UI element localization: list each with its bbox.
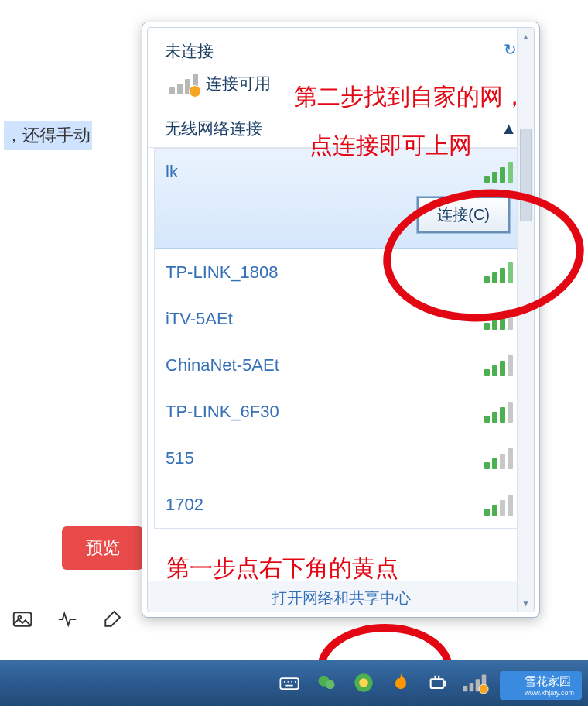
wechat-icon[interactable] — [316, 672, 337, 694]
brush-icon[interactable] — [101, 608, 124, 634]
network-name: 1702 — [166, 495, 203, 515]
network-tray-icon[interactable] — [464, 672, 486, 694]
signal-strength-icon — [484, 401, 513, 423]
svg-point-4 — [326, 680, 335, 690]
svg-rect-2 — [280, 678, 298, 689]
wifi-header: 未连接 ↻ 连接可用 — [148, 28, 534, 98]
watermark-brand: 雪花家园 — [525, 674, 574, 689]
wireless-section-label: 无线网络连接 — [165, 118, 262, 139]
scroll-up-button[interactable]: ▲ — [518, 28, 534, 45]
connect-button[interactable]: 连接(C) — [417, 197, 510, 233]
wireless-section-header[interactable]: 无线网络连接 ▲ — [148, 107, 534, 148]
preview-button[interactable]: 预览 — [62, 526, 143, 570]
signal-strength-icon — [484, 262, 513, 283]
network-item[interactable]: TP-LINK_1808 — [155, 249, 527, 296]
wifi-flyout-inner: 未连接 ↻ 连接可用 无线网络连接 ▲ lk连接(C)TP-LINK_1808i… — [147, 27, 535, 612]
network-center-footer: 打开网络和共享中心 — [148, 581, 534, 612]
bg-highlighted-text: ，还得手动 — [4, 121, 92, 150]
network-item[interactable]: lk连接(C) — [155, 149, 527, 249]
network-name: lk — [166, 162, 178, 182]
network-list: lk连接(C)TP-LINK_1808iTV-5AEtChinaNet-5AEt… — [154, 148, 528, 529]
wifi-flyout: 未连接 ↻ 连接可用 无线网络连接 ▲ lk连接(C)TP-LINK_1808i… — [142, 22, 540, 618]
network-item[interactable]: 515 — [155, 435, 527, 482]
flame-icon[interactable] — [390, 672, 412, 694]
signal-strength-icon — [484, 161, 513, 183]
image-icon[interactable] — [11, 608, 34, 634]
bg-toolbar-icons — [11, 608, 124, 634]
scroll-thumb[interactable] — [520, 129, 532, 221]
svg-point-6 — [359, 678, 368, 687]
signal-strength-icon — [484, 494, 513, 516]
preview-button-label: 预览 — [86, 536, 120, 560]
network-name: ChinaNet-5AEt — [166, 355, 279, 375]
signal-strength-icon — [484, 355, 513, 376]
battery-plug-icon[interactable] — [427, 672, 449, 694]
network-name: iTV-5AEt — [166, 309, 233, 329]
network-item[interactable]: iTV-5AEt — [155, 296, 527, 342]
network-name: 515 — [166, 448, 194, 468]
network-name: TP-LINK_6F30 — [166, 402, 279, 422]
heart-rate-icon[interactable] — [56, 608, 79, 634]
network-item[interactable]: ChinaNet-5AEt — [155, 342, 527, 389]
scroll-down-button[interactable]: ▼ — [518, 595, 534, 612]
connections-available-row: 连接可用 — [169, 73, 523, 94]
refresh-icon[interactable]: ↻ — [504, 40, 517, 59]
360-icon[interactable] — [353, 672, 374, 694]
scrollbar[interactable]: ▲ ▼ — [517, 28, 534, 612]
connection-status: 未连接 — [165, 40, 214, 62]
keyboard-icon[interactable] — [279, 672, 300, 694]
signal-warn-icon — [169, 73, 198, 94]
signal-strength-icon — [484, 447, 513, 469]
watermark-url: www.xhjaty.com — [525, 689, 574, 697]
watermark-badge: 雪花家园 www.xhjaty.com — [500, 671, 582, 700]
network-item[interactable]: TP-LINK_6F30 — [155, 389, 527, 435]
chevron-up-icon: ▲ — [501, 119, 517, 138]
svg-rect-7 — [431, 679, 443, 688]
network-item[interactable]: 1702 — [155, 482, 527, 528]
signal-strength-icon — [484, 308, 513, 330]
snowflake-icon — [508, 679, 521, 693]
network-name: TP-LINK_1808 — [166, 262, 279, 283]
connections-available-label: 连接可用 — [206, 73, 271, 94]
open-network-center-link[interactable]: 打开网络和共享中心 — [272, 589, 411, 606]
